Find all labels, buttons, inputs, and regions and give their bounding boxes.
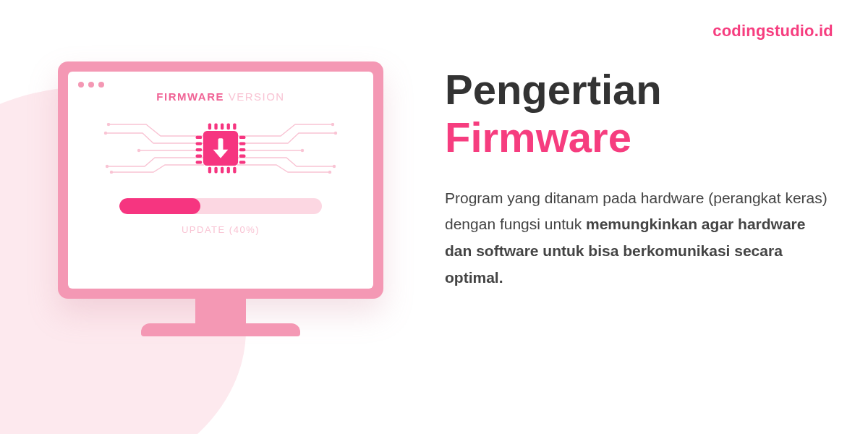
window-dots (78, 82, 104, 88)
svg-rect-8 (196, 148, 203, 151)
svg-rect-19 (227, 124, 230, 130)
svg-point-4 (110, 171, 113, 174)
svg-point-32 (328, 171, 331, 174)
svg-rect-7 (196, 142, 203, 145)
svg-point-3 (106, 165, 109, 168)
svg-rect-13 (239, 148, 246, 151)
illustration: FIRMWARE VERSION (40, 61, 401, 336)
monitor: FIRMWARE VERSION (58, 61, 383, 336)
monitor-screen: FIRMWARE VERSION (68, 72, 373, 289)
circuit-trace-icon (103, 123, 204, 174)
svg-rect-16 (208, 124, 211, 130)
svg-rect-20 (233, 124, 236, 130)
monitor-stand-base (141, 323, 300, 336)
svg-rect-11 (239, 136, 246, 139)
svg-point-31 (333, 165, 336, 168)
svg-rect-23 (221, 167, 224, 174)
content-block: Pengertian Firmware Program yang ditanam… (445, 67, 828, 292)
svg-rect-21 (208, 167, 211, 174)
update-label: UPDATE (40%) (182, 224, 260, 235)
svg-rect-6 (196, 136, 203, 139)
svg-rect-24 (227, 167, 230, 174)
description: Program yang ditanam pada hardware (pera… (445, 185, 828, 292)
circuit-trace-icon (237, 123, 339, 174)
svg-rect-15 (239, 161, 246, 163)
svg-point-2 (137, 149, 140, 152)
progress-bar (119, 198, 322, 214)
svg-rect-12 (239, 142, 246, 145)
chip-graphic (90, 117, 352, 179)
svg-point-28 (331, 123, 334, 126)
brand-logo: codingstudio.id (712, 22, 833, 41)
heading-line-1: Pengertian (445, 67, 828, 113)
progress-fill (119, 198, 200, 214)
svg-rect-18 (221, 124, 224, 130)
firmware-version-label: FIRMWARE VERSION (156, 90, 284, 103)
window-dot-icon (98, 82, 104, 88)
svg-point-30 (301, 149, 304, 152)
svg-rect-22 (214, 167, 217, 174)
firmware-label-light: VERSION (224, 90, 285, 103)
monitor-stand-neck (195, 299, 246, 323)
svg-rect-25 (233, 167, 236, 174)
svg-rect-14 (239, 155, 246, 158)
svg-point-1 (104, 132, 107, 135)
svg-rect-26 (218, 138, 224, 150)
heading-line-2: Firmware (445, 114, 828, 161)
svg-rect-10 (196, 161, 203, 163)
monitor-frame: FIRMWARE VERSION (58, 61, 383, 299)
svg-rect-9 (196, 155, 203, 158)
window-dot-icon (88, 82, 94, 88)
svg-rect-17 (214, 124, 217, 130)
svg-point-0 (107, 123, 110, 126)
svg-point-29 (334, 132, 337, 135)
chip-icon (190, 117, 252, 179)
window-dot-icon (78, 82, 84, 88)
firmware-label-bold: FIRMWARE (156, 90, 224, 103)
